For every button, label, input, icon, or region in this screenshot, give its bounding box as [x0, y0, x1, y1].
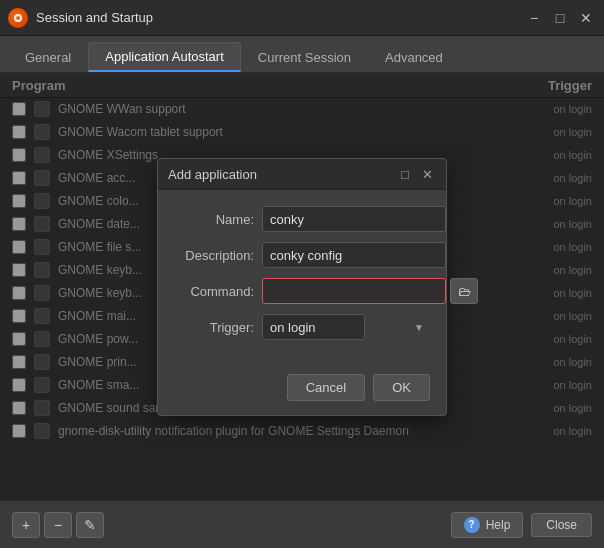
toolbar-left: + − ✎ — [12, 512, 104, 538]
tab-autostart[interactable]: Application Autostart — [88, 42, 241, 72]
close-main-button[interactable]: Close — [531, 513, 592, 537]
modal-overlay: Add application □ ✕ Name: Description: — [0, 74, 604, 500]
title-bar-left: Session and Startup — [8, 8, 153, 28]
dialog-controls: □ ✕ — [396, 165, 436, 183]
tabs-bar: General Application Autostart Current Se… — [0, 36, 604, 74]
trigger-row: Trigger: on login on logout immediately … — [174, 314, 430, 340]
cancel-button[interactable]: Cancel — [287, 374, 365, 401]
dialog-maximize-button[interactable]: □ — [396, 165, 414, 183]
trigger-select[interactable]: on login on logout immediately — [262, 314, 365, 340]
dialog-footer: Cancel OK — [158, 366, 446, 415]
name-label: Name: — [174, 212, 254, 227]
name-row: Name: — [174, 206, 430, 232]
command-row: Command: 🗁 — [174, 278, 430, 304]
trigger-wrapper: on login on logout immediately ▼ — [262, 314, 430, 340]
remove-button[interactable]: − — [44, 512, 72, 538]
trigger-label: Trigger: — [174, 320, 254, 335]
browse-button[interactable]: 🗁 — [450, 278, 478, 304]
chevron-down-icon: ▼ — [414, 322, 424, 333]
edit-button[interactable]: ✎ — [76, 512, 104, 538]
add-application-dialog: Add application □ ✕ Name: Description: — [157, 158, 447, 416]
minimize-button[interactable]: − — [524, 8, 544, 28]
help-label: Help — [486, 518, 511, 532]
title-bar: Session and Startup − □ ✕ — [0, 0, 604, 36]
dialog-close-button[interactable]: ✕ — [418, 165, 436, 183]
browse-icon: 🗁 — [458, 284, 471, 299]
tab-general[interactable]: General — [8, 42, 88, 72]
description-input[interactable] — [262, 242, 446, 268]
command-label: Command: — [174, 284, 254, 299]
dialog-titlebar: Add application □ ✕ — [158, 159, 446, 190]
command-input[interactable] — [262, 278, 446, 304]
ok-button[interactable]: OK — [373, 374, 430, 401]
help-button[interactable]: ? Help — [451, 512, 524, 538]
name-input[interactable] — [262, 206, 446, 232]
maximize-button[interactable]: □ — [550, 8, 570, 28]
description-row: Description: — [174, 242, 430, 268]
dialog-title: Add application — [168, 167, 257, 182]
close-button[interactable]: ✕ — [576, 8, 596, 28]
bottom-toolbar: + − ✎ ? Help Close — [0, 500, 604, 548]
window-title: Session and Startup — [36, 10, 153, 25]
help-circle-icon: ? — [464, 517, 480, 533]
tab-advanced[interactable]: Advanced — [368, 42, 460, 72]
tab-session[interactable]: Current Session — [241, 42, 368, 72]
dialog-body: Name: Description: Command: 🗁 — [158, 190, 446, 366]
description-label: Description: — [174, 248, 254, 263]
add-button[interactable]: + — [12, 512, 40, 538]
app-icon — [8, 8, 28, 28]
title-bar-controls: − □ ✕ — [524, 8, 596, 28]
main-content: Program Trigger GNOME WWan support on lo… — [0, 74, 604, 500]
